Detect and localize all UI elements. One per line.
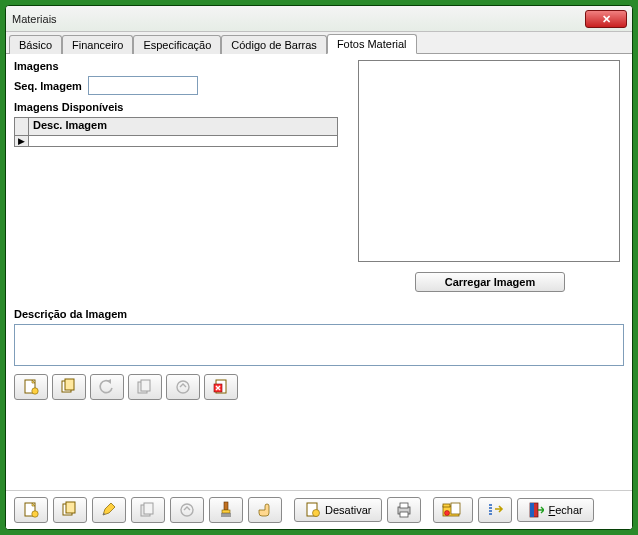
save-docs-icon (136, 378, 154, 396)
bottom-refresh-button[interactable] (170, 497, 204, 523)
refresh-icon (174, 378, 192, 396)
svg-point-31 (445, 511, 450, 516)
bottom-brush-button[interactable] (209, 497, 243, 523)
new-doc-icon (22, 501, 40, 519)
svg-rect-7 (141, 380, 150, 391)
imagens-disponiveis-label: Imagens Disponíveis (14, 101, 344, 113)
new-record-button[interactable] (14, 374, 48, 400)
bottom-hand-button[interactable] (248, 497, 282, 523)
tab-basico[interactable]: Básico (9, 35, 62, 54)
descricao-textarea[interactable] (14, 324, 624, 366)
svg-rect-4 (65, 379, 74, 390)
list-arrow-icon (486, 501, 504, 519)
svg-rect-21 (224, 502, 228, 510)
svg-point-8 (177, 381, 189, 393)
window: Materiais ✕ Básico Financeiro Especifica… (5, 5, 633, 530)
deactivate-doc-icon (305, 502, 321, 518)
hand-point-icon (256, 501, 274, 519)
svg-point-13 (32, 511, 38, 517)
desativar-button[interactable]: Desativar (294, 498, 382, 522)
delete-button[interactable] (204, 374, 238, 400)
descricao-label: Descrição da Imagem (14, 308, 624, 320)
table-row[interactable]: ▶ (15, 136, 337, 146)
titlebar[interactable]: Materiais ✕ (6, 6, 632, 32)
grid-corner (15, 118, 29, 136)
bottom-edit-button[interactable] (92, 497, 126, 523)
undo-icon (98, 378, 116, 396)
tab-especificacao[interactable]: Especificação (133, 35, 221, 54)
copy-record-button[interactable] (52, 374, 86, 400)
close-icon: ✕ (602, 13, 611, 26)
record-toolbar (14, 374, 238, 400)
svg-rect-33 (530, 503, 534, 517)
bottom-new-button[interactable] (14, 497, 48, 523)
tabstrip: Básico Financeiro Especificação Código d… (6, 32, 632, 54)
new-doc-icon (22, 378, 40, 396)
svg-rect-27 (400, 512, 408, 517)
svg-rect-19 (144, 503, 153, 514)
group-imagens-title: Imagens (14, 60, 344, 72)
image-preview (358, 60, 620, 262)
bottom-list-button[interactable] (478, 497, 512, 523)
carregar-imagem-button[interactable]: Carregar Imagem (415, 272, 565, 292)
bottom-folder-button[interactable] (433, 497, 473, 523)
delete-doc-icon (212, 378, 230, 396)
door-exit-icon (528, 502, 544, 518)
tab-fotos-material[interactable]: Fotos Material (327, 34, 417, 54)
brush-icon (217, 501, 235, 519)
grid-cell[interactable] (29, 136, 337, 146)
close-button[interactable]: ✕ (585, 10, 627, 28)
undo-button[interactable] (90, 374, 124, 400)
refresh-icon (178, 501, 196, 519)
save-button[interactable] (128, 374, 162, 400)
grid-header-desc[interactable]: Desc. Imagem (29, 118, 337, 136)
svg-rect-15 (66, 502, 75, 513)
copy-doc-icon (60, 378, 78, 396)
tab-codigo-barras[interactable]: Código de Barras (221, 35, 327, 54)
svg-rect-30 (451, 503, 460, 514)
folder-doc-icon (442, 501, 464, 519)
svg-rect-26 (400, 503, 408, 508)
refresh-button[interactable] (166, 374, 200, 400)
row-indicator-icon: ▶ (15, 136, 29, 146)
svg-point-2 (32, 388, 38, 394)
copy-doc-icon (61, 501, 79, 519)
pencil-icon (100, 501, 118, 519)
fechar-label: Fechar (548, 504, 582, 516)
svg-rect-29 (443, 504, 450, 507)
bottom-print-button[interactable] (387, 497, 421, 523)
seq-imagem-input[interactable] (88, 76, 198, 95)
svg-marker-16 (103, 503, 115, 515)
svg-point-20 (181, 504, 193, 516)
imagens-grid[interactable]: Desc. Imagem ▶ (14, 117, 338, 147)
window-title: Materiais (12, 13, 57, 25)
svg-rect-22 (222, 510, 230, 513)
bottom-toolbar: Desativar Fec (6, 490, 632, 529)
seq-imagem-label: Seq. Imagem (14, 80, 82, 92)
bottom-save-button[interactable] (131, 497, 165, 523)
tabpanel-fotos: Imagens Seq. Imagem Imagens Disponíveis … (6, 54, 632, 490)
client-area: Básico Financeiro Especificação Código d… (6, 32, 632, 529)
bottom-copy-button[interactable] (53, 497, 87, 523)
save-docs-icon (139, 501, 157, 519)
fechar-button[interactable]: Fechar (517, 498, 593, 522)
printer-icon (395, 501, 413, 519)
desativar-label: Desativar (325, 504, 371, 516)
tab-financeiro[interactable]: Financeiro (62, 35, 133, 54)
svg-point-24 (313, 510, 320, 517)
